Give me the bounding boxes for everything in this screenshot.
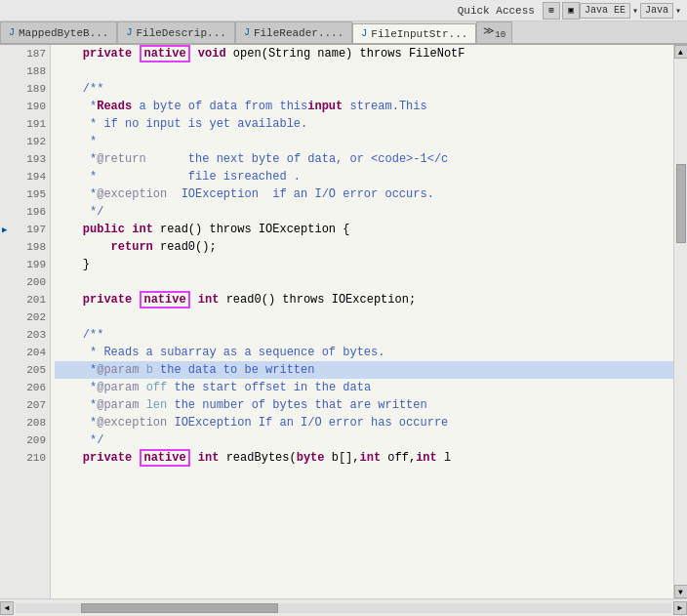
scroll-right-button[interactable]: ▶	[673, 601, 687, 615]
java-ee-label[interactable]: Java EE	[580, 3, 630, 19]
tab-filedesc[interactable]: J FileDescrip...	[117, 21, 234, 43]
tab-icon-fileinputstr: J	[361, 28, 367, 39]
grid-icon[interactable]: ⊞	[543, 2, 560, 20]
tab-bar: J MappedByteB... J FileDescrip... J File…	[0, 21, 687, 45]
tab-label-fileinputstr: FileInputStr...	[371, 28, 467, 40]
ln-209: 209	[0, 431, 50, 449]
quick-access-label: Quick Access	[450, 5, 543, 17]
editor-container: 187 188 189 190 191 192 193 194 195 196 …	[0, 45, 687, 598]
code-line-187: private native void open(String name) th…	[55, 45, 673, 62]
ln-192: 192	[0, 133, 50, 150]
toolbar-separator2: ▾	[673, 5, 683, 17]
tab-label-filedesc: FileDescrip...	[136, 27, 225, 39]
ln-204: 204	[0, 344, 50, 361]
code-line-198: return read0();	[55, 238, 673, 256]
tab-overflow[interactable]: ≫10	[476, 21, 512, 43]
toolbar-btn-1[interactable]: ▣	[562, 2, 580, 20]
code-line-193: * @return the next byte of data, or <cod…	[55, 150, 673, 168]
ln-210: 210	[0, 449, 50, 467]
ln-187: 187	[0, 45, 50, 62]
line-numbers-gutter: 187 188 189 190 191 192 193 194 195 196 …	[0, 45, 51, 598]
ln-189: 189	[0, 80, 50, 98]
java-label[interactable]: Java	[640, 3, 673, 19]
ln-195: 195	[0, 185, 50, 203]
code-line-194: * file is reached .	[55, 168, 673, 185]
code-line-202	[55, 308, 673, 326]
code-line-207: * @param len the number of bytes that ar…	[55, 396, 673, 414]
ln-197: 197	[0, 221, 50, 238]
code-line-208: * @exception IOException If an I/O error…	[55, 414, 673, 431]
ln-191: 191	[0, 115, 50, 133]
native-box-187: native	[140, 45, 189, 62]
ln-203: 203	[0, 326, 50, 344]
code-line-195: * @exception IOException if an I/O error…	[55, 185, 673, 203]
code-line-199: }	[55, 256, 673, 273]
code-line-205: * @param b the data to be written	[55, 361, 673, 379]
ln-196: 196	[0, 203, 50, 221]
tab-overflow-label: ≫10	[483, 24, 505, 40]
tab-mappedbyte[interactable]: J MappedByteB...	[0, 21, 117, 43]
code-line-190: * Reads a byte of data from this input s…	[55, 98, 673, 115]
code-line-197: public int read() throws IOException {	[55, 221, 673, 238]
h-scroll-track[interactable]	[16, 603, 671, 613]
ln-200: 200	[0, 273, 50, 291]
code-line-210: private native int readBytes( byte b[], …	[55, 449, 673, 467]
tab-icon-filedesc: J	[126, 27, 132, 38]
toolbar-icon-group: ⊞ ▣	[543, 2, 580, 20]
tab-filereader[interactable]: J FileReader....	[235, 21, 352, 43]
scroll-left-button[interactable]: ◀	[0, 601, 14, 615]
code-line-203: /**	[55, 326, 673, 344]
code-line-209: */	[55, 431, 673, 449]
ln-207: 207	[0, 396, 50, 414]
ln-199: 199	[0, 256, 50, 273]
code-line-189: /**	[55, 80, 673, 98]
ln-198: 198	[0, 238, 50, 256]
code-line-206: * @param off the start offset in the dat…	[55, 379, 673, 396]
code-line-188	[55, 62, 673, 80]
native-box-201: native	[140, 291, 189, 308]
toolbar-separator: ▾	[630, 5, 640, 17]
scroll-thumb[interactable]	[676, 164, 686, 243]
scroll-track[interactable]	[675, 59, 687, 585]
ln-201: 201	[0, 291, 50, 308]
code-line-201: private native int read0() throws IOExce…	[55, 291, 673, 308]
code-text	[55, 47, 83, 61]
horizontal-scrollbar[interactable]: ◀ ▶	[0, 598, 687, 616]
ln-190: 190	[0, 98, 50, 115]
code-line-192: *	[55, 133, 673, 150]
scroll-up-button[interactable]: ▲	[674, 45, 688, 59]
ln-194: 194	[0, 168, 50, 185]
ln-188: 188	[0, 62, 50, 80]
native-box-210: native	[140, 449, 189, 467]
tab-icon-filereader: J	[244, 27, 250, 38]
keyword-private: private	[83, 47, 132, 61]
tab-label-mappedbyte: MappedByteB...	[19, 27, 108, 39]
ln-205: 205	[0, 361, 50, 379]
tab-fileinputstr[interactable]: J FileInputStr...	[352, 23, 476, 45]
code-line-196: */	[55, 203, 673, 221]
code-line-200	[55, 273, 673, 291]
toolbar: Quick Access ⊞ ▣ Java EE ▾ Java ▾	[0, 0, 687, 21]
code-line-191: * if no input is yet available.	[55, 115, 673, 133]
right-scrollbar[interactable]: ▲ ▼	[673, 45, 687, 598]
scroll-down-button[interactable]: ▼	[674, 585, 688, 598]
tab-label-filereader: FileReader....	[254, 27, 344, 39]
ln-208: 208	[0, 414, 50, 431]
ln-202: 202	[0, 308, 50, 326]
h-scroll-thumb[interactable]	[81, 603, 278, 613]
code-content[interactable]: private native void open(String name) th…	[51, 45, 673, 598]
code-line-204: * Reads a subarray as a sequence of byte…	[55, 344, 673, 361]
ln-206: 206	[0, 379, 50, 396]
tab-icon-mappedbyte: J	[9, 27, 15, 38]
ln-193: 193	[0, 150, 50, 168]
